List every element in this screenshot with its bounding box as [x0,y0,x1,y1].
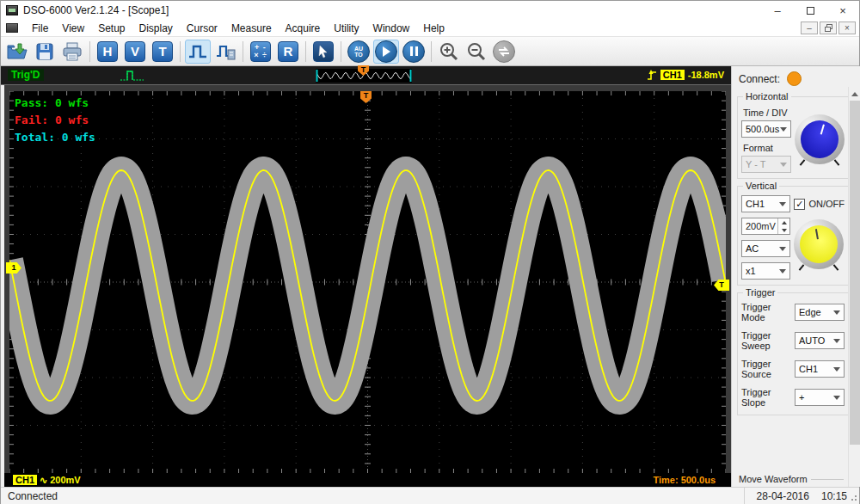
knob-pointer [815,229,819,239]
mdi-close-button[interactable]: × [838,22,856,34]
play-icon [375,40,397,63]
title-bar: DSO-6000 Ver2.1.24 - [Scope1] – × [1,1,859,20]
horizontal-knob[interactable] [795,114,845,164]
trigger-readout: CH1 -18.8mV [647,69,724,81]
r-letter-icon: R [278,41,298,62]
open-button[interactable] [4,40,30,64]
menu-item-display[interactable]: Display [132,21,180,36]
minimize-button[interactable]: – [761,1,794,20]
mdi-restore-button[interactable] [820,22,837,34]
pulse-measure-icon [215,42,236,61]
zoom-out-icon [466,41,487,62]
trigger-sweep-select[interactable]: AUTO [795,332,845,349]
time-div-select[interactable]: 500.0us [741,120,791,138]
horizontal-settings-button[interactable]: H [95,40,120,64]
step-up-icon[interactable] [782,221,787,224]
chevron-down-icon [833,339,840,343]
reference-button[interactable]: R [275,40,301,64]
application-window: DSO-6000 Ver2.1.24 - [Scope1] – × FileVi… [0,0,860,504]
coupling-select[interactable]: AC [741,240,790,257]
trigger-mode-select[interactable]: Edge [795,304,845,321]
trigger-slope-select[interactable]: + [795,389,845,406]
cursor-tool-button[interactable] [310,40,336,64]
status-date: 28-04-2016 [757,490,809,502]
step-down-icon[interactable] [782,229,787,232]
coupling-icon: ∿ [40,475,47,486]
trigger-channel-badge: CH1 [660,70,685,80]
chevron-down-icon [780,163,787,167]
trigger-sweep-label: Trigger Sweep [741,330,795,351]
vertical-knob[interactable] [794,219,844,269]
zoom-in-button[interactable] [436,40,462,64]
move-waveform-label: Move Waveform [739,474,808,484]
time-div-label: Time / DIV [743,108,791,118]
menu-item-measure[interactable]: Measure [224,21,279,36]
menu-item-file[interactable]: File [25,21,55,36]
format-select[interactable]: Y - T [741,156,791,173]
zoom-in-icon [439,41,459,62]
channel-readout: CH1 ∿ 200mV [13,475,81,486]
math-button[interactable]: + -× ÷ [248,40,273,64]
knob-tick [834,159,840,165]
fail-count: Fail: 0 wfs [15,112,95,129]
menu-item-help[interactable]: Help [416,21,452,36]
probe-select[interactable]: x1 [741,262,790,280]
mdi-minimize-button[interactable]: – [801,22,818,34]
channel-badge: CH1 [13,475,37,485]
toolbar-separator [243,41,243,62]
horizontal-group: Horizontal Time / DIV 500.0us Format Y -… [737,96,849,179]
zoom-out-button[interactable] [464,40,489,64]
panel-scrollbar[interactable] [848,87,860,487]
vertical-settings-button[interactable]: V [122,40,148,64]
save-button[interactable] [32,40,58,64]
toolbar-separator [305,41,306,62]
maximize-icon [807,7,814,15]
channel-select[interactable]: CH1 [741,195,790,212]
knob-tick [799,264,805,270]
save-floppy-icon [35,42,54,61]
run-button[interactable] [373,40,399,64]
horizontal-group-title: Horizontal [743,91,791,101]
menu-item-window[interactable]: Window [366,21,417,36]
maximize-button[interactable] [794,1,826,20]
print-button[interactable] [59,40,85,64]
connect-indicator[interactable] [787,71,802,86]
toolbar: H V T + -× ÷ R [1,37,859,66]
time-per-div-readout: Time: 500.0us [653,475,716,485]
scope-display[interactable]: Pass: 0 wfs Fail: 0 wfs Total: 0 wfs [9,91,726,473]
menu-item-cursor[interactable]: Cursor [180,21,224,36]
trigger-level-value: -18.8mV [688,70,724,80]
acquisition-pulse-icon [120,70,145,85]
format-label: Format [743,143,791,153]
onoff-checkbox[interactable]: ✓ [794,199,805,210]
mdi-child-icon [6,23,18,33]
rising-edge-icon [647,69,657,81]
close-button[interactable]: × [826,1,859,20]
h-letter-icon: H [97,41,118,62]
trigger-status-badge: Trig'D [8,69,44,81]
scrollbar-thumb[interactable] [850,101,860,445]
auto-setup-button[interactable]: AUTO [346,40,372,64]
volts-per-div-value: 200mV [50,475,80,485]
total-count: Total: 0 wfs [15,129,95,146]
menu-item-acquire[interactable]: Acquire [279,21,328,36]
menu-item-utility[interactable]: Utility [327,21,366,36]
scroll-up-button[interactable] [849,87,860,101]
trigger-source-label: Trigger Source [741,359,795,379]
trigger-source-select[interactable]: CH1 [795,360,845,378]
pass-count: Pass: 0 wfs [15,95,95,112]
refresh-button[interactable] [491,40,517,64]
knob-pointer [820,124,825,134]
volts-div-stepper[interactable]: 200mV [741,218,790,235]
pass-fail-test-button[interactable] [185,40,211,64]
waveform-record-button[interactable] [212,40,238,64]
restore-icon [825,24,832,32]
menu-item-view[interactable]: View [55,21,91,36]
chevron-down-icon [779,269,786,274]
trigger-settings-button[interactable]: T [150,40,175,64]
pause-button[interactable] [401,40,427,64]
math-icon: + -× ÷ [250,41,271,62]
menu-item-setup[interactable]: Setup [91,21,132,36]
oscilloscope-screen[interactable]: Pass: 0 wfs Fail: 0 wfs Total: 0 wfs 1 T… [4,85,731,487]
toolbar-separator [180,41,181,62]
